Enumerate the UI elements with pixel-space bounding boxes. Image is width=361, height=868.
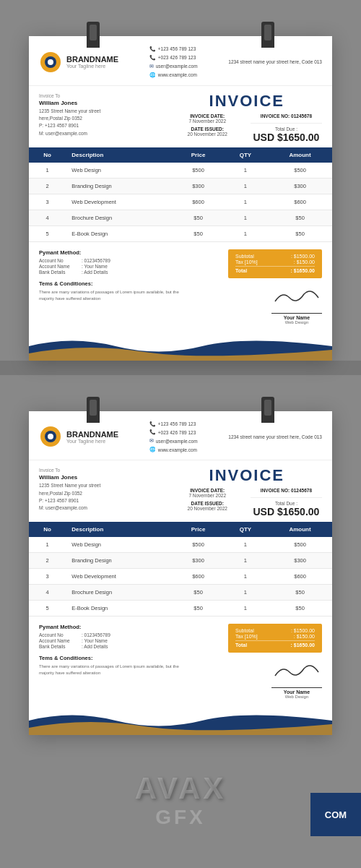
cell-qty: 1: [223, 210, 268, 225]
terms-text-2: There are many variations of passages of…: [39, 663, 189, 676]
footer-right: Subtotal : $1500.00 Tax [10%] : $150.00 …: [196, 249, 322, 325]
brand-area: BRANDNAME Your Tagline here: [39, 51, 118, 74]
cell-price: $500: [173, 537, 222, 553]
col-qty: QTY: [223, 147, 268, 163]
phone2-icon-2: 📞: [149, 428, 156, 437]
col-no: No: [29, 147, 66, 163]
cell-description: Branding Design: [66, 553, 173, 569]
signature-title: Web Design: [271, 320, 322, 325]
cell-no: 1: [29, 537, 66, 553]
cell-description: Brochure Design: [66, 210, 173, 225]
payment-bank-details: Bank Details : Add Details: [39, 270, 189, 275]
col-description-2: Description: [66, 522, 173, 537]
invoice-meta-2: INVOICE DATE: 7 November 2022 DATE ISSUE…: [172, 488, 322, 517]
signature-area-2: Your Name Web Design: [271, 661, 322, 699]
table-row: 2Branding Design$3001$300: [29, 178, 332, 194]
cell-description: E-Book Design: [66, 601, 173, 616]
cell-price: $600: [173, 569, 222, 585]
phone-icon: 📞: [149, 45, 156, 53]
terms-section: Tems & Conditiones: There are many varia…: [39, 280, 189, 302]
col-price-2: Price: [173, 522, 222, 537]
cell-qty: 1: [223, 537, 268, 553]
cell-qty: 1: [223, 585, 268, 601]
invoice-header: BRANDNAME Your Tagline here 📞 +123 456 7…: [29, 36, 332, 86]
cell-no: 3: [29, 194, 66, 210]
brand-logo-icon-2: [39, 425, 62, 448]
payment-title-2: Pymant Method:: [39, 624, 189, 630]
header-address: 1234 street name your street here, Code …: [228, 58, 322, 66]
invoice-page-1: BRANDNAME Your Tagline here 📞 +123 456 7…: [29, 36, 332, 361]
cell-amount: $500: [268, 537, 332, 553]
table-row: 2Branding Design$3001$300: [29, 553, 332, 569]
cell-amount: $600: [268, 194, 332, 210]
cell-amount: $50: [268, 210, 332, 225]
invoice-page-2: BRANDNAME Your Tagline here 📞 +123 456 7…: [29, 411, 332, 736]
table-row: 1Web Design$5001$500: [29, 537, 332, 553]
payment-title: Pymant Method:: [39, 249, 189, 256]
clip-right-2: [261, 397, 274, 423]
table-row: 4Brochure Design$501$50: [29, 210, 332, 225]
cell-no: 5: [29, 601, 66, 616]
subtotal-row-2: Subtotal : $1500.00: [235, 628, 315, 633]
table-body: 1Web Design$5001$5002Branding Design$300…: [29, 163, 332, 242]
cell-description: Web Design: [66, 537, 173, 553]
cell-qty: 1: [223, 601, 268, 616]
invoice-main-title-2: INVOICE: [172, 468, 322, 484]
svg-point-2: [48, 59, 53, 65]
signature-symbol: [271, 287, 322, 311]
cell-price: $600: [173, 194, 222, 210]
com-label: COM: [325, 809, 347, 820]
table-row: 5E-Book Design$501$50: [29, 225, 332, 241]
total-row-2: Total : $1650.00: [235, 640, 315, 648]
subtotal-row: Subtotal : $1500.00: [235, 254, 315, 259]
table-row: 5E-Book Design$501$50: [29, 601, 332, 616]
email-icon: ✉: [149, 62, 154, 71]
invoice-date-block-2: INVOICE DATE: 7 November 2022 DATE ISSUE…: [172, 488, 243, 517]
terms-text: There are many variations of passages of…: [39, 289, 189, 302]
invoice-title-right-2: INVOICE INVOICE DATE: 7 November 2022 DA…: [172, 468, 322, 517]
col-description: Description: [66, 147, 173, 163]
web-icon: 🌐: [149, 71, 156, 80]
cell-amount: $500: [268, 163, 332, 179]
phone2-icon: 📞: [149, 53, 156, 62]
col-amount-2: Amount: [268, 522, 332, 537]
page-separator: [0, 361, 361, 375]
cell-description: E-Book Design: [66, 225, 173, 241]
cell-price: $300: [173, 553, 222, 569]
payment-account-name: Account Name : Your Name: [39, 264, 189, 269]
col-no-2: No: [29, 522, 66, 537]
com-bottom: COM: [310, 793, 361, 836]
signature-symbol-2: [271, 661, 322, 686]
header-address-2: 1234 street name your street here, Code …: [228, 433, 322, 441]
table-body-2: 1Web Design$5001$5002Branding Design$300…: [29, 537, 332, 616]
bill-to-2: Invoice To William Jones 1235 Street Nam…: [39, 468, 165, 517]
cell-no: 4: [29, 585, 66, 601]
cell-no: 4: [29, 210, 66, 225]
cell-qty: 1: [223, 178, 268, 194]
invoice-footer-2: Pymant Method: Account No : 0123456789 A…: [29, 616, 332, 706]
invoice-title-right: INVOICE INVOICE DATE: 7 November 2022 DA…: [172, 93, 322, 143]
cell-qty: 1: [223, 225, 268, 241]
table-row: 4Brochure Design$501$50: [29, 585, 332, 601]
footer-left-2: Pymant Method: Account No : 0123456789 A…: [39, 624, 189, 699]
footer-right-2: Subtotal : $1500.00 Tax [10%] : $150.00 …: [196, 624, 322, 699]
cell-qty: 1: [223, 553, 268, 569]
phone-icon-2: 📞: [149, 420, 156, 429]
gfx-text: GFX: [0, 806, 361, 829]
brand-tagline: Your Tagline here: [66, 64, 118, 69]
brand-name: BRANDNAME: [66, 55, 118, 64]
email-icon-2: ✉: [149, 437, 154, 445]
signature-name-2: Your Name: [271, 687, 322, 695]
cell-no: 5: [29, 225, 66, 241]
invoice-no-block-2: INVOICE NO: 01245678 Total Due : USD $16…: [251, 488, 322, 517]
bill-to: Invoice To William Jones 1235 Street Nam…: [39, 93, 165, 143]
cell-price: $50: [173, 585, 222, 601]
cell-no: 1: [29, 163, 66, 179]
payment-account-no: Account No : 0123456789: [39, 258, 189, 263]
tax-row: Tax [10%] : $150.00: [235, 259, 315, 265]
cell-qty: 1: [223, 194, 268, 210]
signature-area: Your Name Web Design: [271, 287, 322, 325]
header-contact-2: 📞 +123 456 789 123 📞 +023 426 789 123 ✉ …: [149, 420, 198, 455]
cell-price: $50: [173, 210, 222, 225]
table-row: 1Web Design$5001$500: [29, 163, 332, 179]
